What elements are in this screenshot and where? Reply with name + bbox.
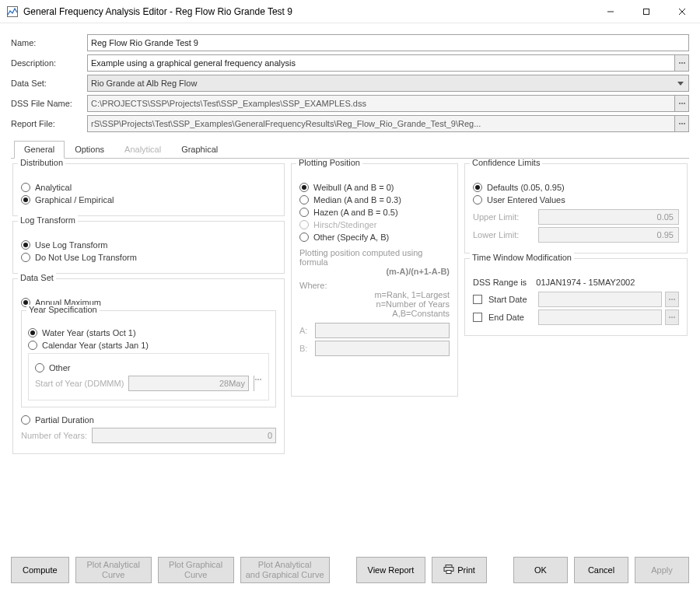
calendar-year-radio[interactable]: Calendar Year (starts Jan 1) <box>28 341 269 350</box>
cancel-button[interactable]: Cancel <box>574 557 628 583</box>
ok-button[interactable]: OK <box>513 557 568 583</box>
conf-defaults-radio[interactable]: Defaults (0.05, 0.95) <box>473 183 679 192</box>
description-label: Description: <box>11 58 82 68</box>
other-year-radio[interactable]: Other <box>35 363 262 372</box>
end-date-checkbox[interactable] <box>473 313 482 322</box>
dataset-group: Data Set Annual Maximum Year Specificati… <box>12 278 285 454</box>
maximize-button[interactable] <box>628 0 664 23</box>
median-radio[interactable]: Median (A and B = 0.3) <box>299 195 450 205</box>
dataset-label: Data Set: <box>11 79 82 88</box>
use-log-radio[interactable]: Use Log Transform <box>21 240 276 250</box>
svg-point-20 <box>669 316 670 318</box>
reportfile-field[interactable] <box>87 115 675 132</box>
header-form: Name: Description: Data Set: Rio Grande … <box>11 34 689 132</box>
partial-duration-radio[interactable]: Partial Duration <box>21 415 276 425</box>
window-body: Name: Description: Data Set: Rio Grande … <box>0 23 700 591</box>
titlebar: General Frequency Analysis Editor - Reg … <box>0 0 700 23</box>
logtransform-group: Log Transform Use Log Transform Do Not U… <box>12 221 285 274</box>
view-report-button[interactable]: View Report <box>356 557 426 583</box>
svg-point-17 <box>669 299 670 300</box>
weibull-radio[interactable]: Weibull (A and B = 0) <box>299 183 450 192</box>
svg-point-5 <box>679 62 681 64</box>
plot-analytical-button: Plot Analytical Curve <box>75 557 152 583</box>
tab-graphical[interactable]: Graphical <box>171 141 228 159</box>
water-year-radio[interactable]: Water Year (starts Oct 1) <box>28 328 269 337</box>
start-of-year-field <box>128 376 249 391</box>
svg-point-13 <box>684 123 685 124</box>
plotting-legend: Plotting Position <box>296 159 362 167</box>
name-field[interactable] <box>87 34 689 51</box>
middle-column: Plotting Position Weibull (A and B = 0) … <box>291 163 458 549</box>
distribution-legend: Distribution <box>18 159 65 167</box>
plot-both-button: Plot Analytical and Graphical Curve <box>240 557 330 583</box>
end-date-field <box>538 309 662 325</box>
donot-log-radio[interactable]: Do Not Use Log Transform <box>21 253 276 262</box>
plot-where: Where: <box>299 281 450 290</box>
reportfile-label: Report File: <box>11 119 82 128</box>
plot-graphical-button: Plot Graphical Curve <box>158 557 234 583</box>
end-date-label: End Date <box>488 313 535 322</box>
svg-point-6 <box>681 62 683 64</box>
description-field[interactable] <box>87 54 675 72</box>
svg-rect-25 <box>446 571 451 574</box>
svg-point-16 <box>260 379 261 380</box>
print-button[interactable]: Print <box>432 557 487 583</box>
svg-point-8 <box>679 103 681 104</box>
tab-general[interactable]: General <box>14 141 65 159</box>
lower-limit-label: Lower Limit: <box>473 230 534 240</box>
plot-note: Plotting position computed using formula <box>299 248 450 267</box>
a-label: A: <box>299 326 310 335</box>
dataset-legend: Data Set <box>18 273 56 282</box>
bottom-button-bar: Compute Plot Analytical Curve Plot Graph… <box>11 552 689 583</box>
plotting-position-group: Plotting Position Weibull (A and B = 0) … <box>291 163 458 397</box>
dss-range-value: 01JAN1974 - 15MAY2002 <box>536 278 635 287</box>
a-field <box>315 323 450 338</box>
start-date-label: Start Date <box>488 295 535 304</box>
upper-limit-field <box>538 209 679 225</box>
print-icon <box>443 565 457 575</box>
svg-point-22 <box>674 316 675 318</box>
distribution-analytical-radio[interactable]: Analytical <box>21 183 276 192</box>
svg-point-9 <box>681 103 683 104</box>
dssfile-label: DSS File Name: <box>11 99 82 108</box>
confidence-group: Confidence Limits Defaults (0.05, 0.95) … <box>464 163 688 254</box>
right-column: Confidence Limits Defaults (0.05, 0.95) … <box>464 163 688 549</box>
description-browse-button[interactable] <box>675 54 689 72</box>
num-years-field <box>92 428 276 443</box>
svg-rect-0 <box>8 6 18 16</box>
b-field <box>315 341 450 356</box>
window-controls <box>593 0 700 23</box>
other-plot-radio[interactable]: Other (Specify A, B) <box>299 233 450 242</box>
svg-point-10 <box>684 103 685 104</box>
year-spec-legend: Year Specification <box>26 305 100 314</box>
distribution-graphical-radio[interactable]: Graphical / Empirical <box>21 195 276 205</box>
dssfile-browse-button[interactable] <box>675 95 689 112</box>
apply-button: Apply <box>635 557 689 583</box>
app-icon <box>6 5 19 18</box>
logtransform-legend: Log Transform <box>18 215 78 225</box>
plot-def3: A,B=Constants <box>299 309 450 318</box>
plot-def1: m=Rank, 1=Largest <box>299 290 450 299</box>
b-label: B: <box>299 344 310 353</box>
dataset-select[interactable]: Rio Grande at Alb Reg Flow <box>87 75 689 92</box>
minimize-button[interactable] <box>593 0 628 23</box>
time-window-group: Time Window Modification DSS Range is 01… <box>464 258 688 336</box>
conf-user-radio[interactable]: User Entered Values <box>473 195 679 205</box>
start-date-field <box>538 292 662 307</box>
dssfile-field[interactable] <box>87 95 675 112</box>
svg-point-12 <box>681 123 683 124</box>
num-years-label: Number of Years: <box>21 431 87 440</box>
time-window-legend: Time Window Modification <box>470 253 574 262</box>
dataset-select-value: Rio Grande at Alb Reg Flow <box>91 79 197 88</box>
lower-limit-field <box>538 227 679 243</box>
close-button[interactable] <box>664 0 700 23</box>
svg-point-15 <box>257 379 259 380</box>
reportfile-browse-button[interactable] <box>675 115 689 132</box>
tab-options[interactable]: Options <box>65 141 114 159</box>
start-date-checkbox[interactable] <box>473 295 482 304</box>
dss-range-label: DSS Range is <box>473 278 527 287</box>
compute-button[interactable]: Compute <box>11 557 69 583</box>
tab-analytical: Analytical <box>114 141 171 159</box>
hazen-radio[interactable]: Hazen (A and B = 0.5) <box>299 208 450 217</box>
distribution-group: Distribution Analytical Graphical / Empi… <box>12 163 285 216</box>
